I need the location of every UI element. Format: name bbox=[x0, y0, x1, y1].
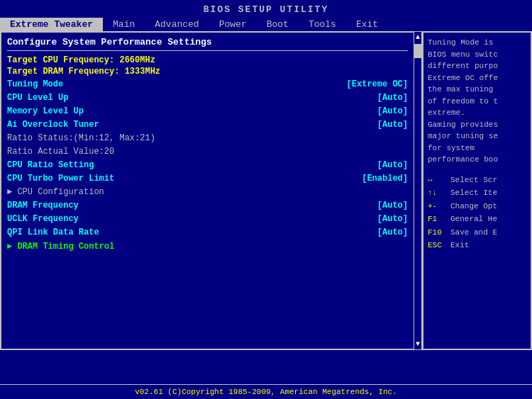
menu-item-extreme-tweaker[interactable]: Extreme Tweaker bbox=[0, 18, 103, 31]
scrollbar[interactable]: ▲ ▼ bbox=[414, 31, 422, 350]
settings-row[interactable]: QPI Link Data Rate[Auto] bbox=[7, 226, 408, 239]
highlight-section: Target CPU Frequency: 2660MHzTarget DRAM… bbox=[7, 55, 408, 77]
settings-row[interactable]: CPU Turbo Power Limit[Enabled] bbox=[7, 172, 408, 185]
key-description: Select Scr bbox=[450, 174, 497, 186]
key-symbol: F1 bbox=[428, 213, 448, 225]
scroll-up[interactable]: ▲ bbox=[414, 32, 421, 43]
key-row: ↑↓Select Ite bbox=[428, 187, 526, 199]
status-bar: v02.61 (C)Copyright 1985-2009, American … bbox=[0, 384, 532, 399]
key-symbol: ↑↓ bbox=[428, 187, 448, 199]
menu-item-exit[interactable]: Exit bbox=[346, 18, 388, 31]
key-symbol: F10 bbox=[428, 227, 448, 239]
settings-row[interactable]: CPU Level Up[Auto] bbox=[7, 91, 408, 104]
desc-line: Gaming provides bbox=[428, 119, 526, 131]
left-panel: Configure System Performance Settings Ta… bbox=[0, 31, 414, 350]
key-row: F1General He bbox=[428, 213, 526, 225]
key-description: Save and E bbox=[450, 227, 497, 239]
settings-row[interactable]: Ai Overclock Tuner[Auto] bbox=[7, 118, 408, 131]
settings-row[interactable]: Tuning Mode[Extreme OC] bbox=[7, 78, 408, 91]
key-description: Select Ite bbox=[450, 187, 497, 199]
settings-row[interactable]: Ratio Status:(Min:12, Max:21) bbox=[7, 132, 408, 145]
desc-line: BIOS menu switc bbox=[428, 49, 526, 61]
desc-line: Extreme OC offe bbox=[428, 72, 526, 84]
desc-line: Tuning Mode is bbox=[428, 37, 526, 49]
key-symbol: ESC bbox=[428, 240, 448, 252]
desc-line: different purpo bbox=[428, 60, 526, 72]
key-row: F10Save and E bbox=[428, 227, 526, 239]
key-row: +-Change Opt bbox=[428, 201, 526, 213]
desc-line: major tuning se bbox=[428, 130, 526, 142]
highlight-line: Target DRAM Frequency: 1333MHz bbox=[7, 67, 408, 77]
title-text: BIOS SETUP UTILITY bbox=[204, 4, 328, 15]
key-section: ↔Select Scr↑↓Select Ite+-Change OptF1Gen… bbox=[428, 174, 526, 252]
settings-row[interactable]: Memory Level Up[Auto] bbox=[7, 105, 408, 118]
key-row: ↔Select Scr bbox=[428, 174, 526, 186]
bios-title: BIOS SETUP UTILITY bbox=[0, 0, 532, 18]
menu-item-tools[interactable]: Tools bbox=[299, 18, 346, 31]
menu-item-power[interactable]: Power bbox=[209, 18, 257, 31]
scroll-thumb[interactable] bbox=[414, 44, 421, 58]
description-text: Tuning Mode isBIOS menu switcdifferent p… bbox=[428, 37, 526, 166]
desc-line: the max tuning bbox=[428, 84, 526, 96]
status-text: v02.61 (C)Copyright 1985-2009, American … bbox=[135, 388, 397, 396]
settings-row[interactable]: ► CPU Configuration bbox=[7, 186, 408, 198]
key-description: Exit bbox=[450, 240, 469, 252]
settings-row[interactable]: CPU Ratio Setting[Auto] bbox=[7, 159, 408, 172]
key-symbol: +- bbox=[428, 201, 448, 213]
key-description: Change Opt bbox=[450, 201, 497, 213]
scroll-down[interactable]: ▼ bbox=[414, 339, 421, 349]
menu-item-main[interactable]: Main bbox=[103, 18, 145, 31]
right-panel: Tuning Mode isBIOS menu switcdifferent p… bbox=[422, 31, 532, 350]
key-row: ESCExit bbox=[428, 240, 526, 252]
desc-line: performance boo bbox=[428, 154, 526, 166]
key-description: General He bbox=[450, 213, 497, 225]
settings-list: Tuning Mode[Extreme OC]CPU Level Up[Auto… bbox=[7, 78, 408, 252]
key-symbol: ↔ bbox=[428, 174, 448, 186]
desc-line: for system bbox=[428, 142, 526, 154]
main-content: Configure System Performance Settings Ta… bbox=[0, 31, 532, 350]
menu-bar: Extreme TweakerMainAdvancedPowerBootTool… bbox=[0, 18, 532, 31]
desc-line: of freedom to t bbox=[428, 96, 526, 108]
menu-item-advanced[interactable]: Advanced bbox=[145, 18, 209, 31]
menu-item-boot[interactable]: Boot bbox=[257, 18, 299, 31]
settings-row[interactable]: UCLK Frequency[Auto] bbox=[7, 213, 408, 225]
dram-timing-control[interactable]: ► DRAM Timing Control bbox=[7, 242, 408, 252]
settings-row[interactable]: Ratio Actual Value:20 bbox=[7, 145, 408, 158]
highlight-line: Target CPU Frequency: 2660MHz bbox=[7, 55, 408, 65]
settings-row[interactable]: DRAM Frequency[Auto] bbox=[7, 199, 408, 212]
panel-title: Configure System Performance Settings bbox=[7, 37, 408, 51]
desc-line: extreme. bbox=[428, 107, 526, 119]
